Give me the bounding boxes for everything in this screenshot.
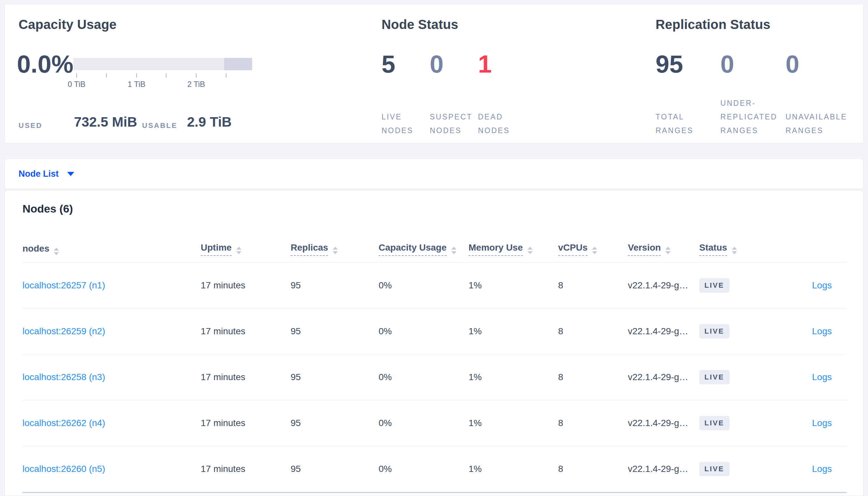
used-value: 732.5 MiB xyxy=(74,114,137,130)
node-list-dropdown[interactable]: Node List xyxy=(4,158,864,189)
capacity-cell: 0% xyxy=(379,372,468,383)
live-nodes-stat: 5 LIVE NODES xyxy=(381,52,430,138)
column-header-replicas[interactable]: Replicas xyxy=(290,243,379,256)
axis-tick xyxy=(136,73,137,77)
status-badge: LIVE xyxy=(699,416,730,430)
stat-value: 1 xyxy=(478,52,526,77)
node-status-title: Node Status xyxy=(381,17,459,32)
capacity-percent-value: 0.0% xyxy=(17,52,73,77)
status-badge: LIVE xyxy=(699,324,730,339)
version-cell: v22.1.4-29-g… xyxy=(628,372,699,383)
sort-icon[interactable] xyxy=(54,248,59,255)
axis-tick xyxy=(226,73,226,77)
usable-label: USABLE xyxy=(142,121,177,130)
sort-icon[interactable] xyxy=(451,247,457,254)
replicas-cell: 95 xyxy=(290,280,379,291)
used-label: USED xyxy=(18,121,42,130)
uptime-cell: 17 minutes xyxy=(201,280,290,291)
vcpus-cell: 8 xyxy=(558,372,628,383)
axis-tick xyxy=(196,73,196,77)
sort-icon[interactable] xyxy=(236,247,241,254)
axis-tick xyxy=(166,73,166,77)
axis-tick-label: 2 TiB xyxy=(188,80,205,89)
table-row: localhost:26257 (n1) 17 minutes 95 0% 1%… xyxy=(23,263,847,309)
suspect-nodes-stat: 0 SUSPECT NODES xyxy=(430,52,478,138)
uptime-cell: 17 minutes xyxy=(201,326,290,337)
replicas-cell: 95 xyxy=(290,326,379,337)
column-header-version[interactable]: Version xyxy=(628,243,699,256)
status-badge: LIVE xyxy=(699,370,730,384)
chevron-down-icon xyxy=(67,172,74,176)
stat-label: DEAD NODES xyxy=(478,110,526,138)
sort-icon[interactable] xyxy=(527,247,533,254)
version-cell: v22.1.4-29-g… xyxy=(628,464,699,474)
uptime-cell: 17 minutes xyxy=(201,372,290,383)
sort-icon[interactable] xyxy=(592,247,597,254)
capacity-cell: 0% xyxy=(379,326,468,337)
logs-link[interactable]: Logs xyxy=(812,326,832,336)
logs-link[interactable]: Logs xyxy=(812,464,832,474)
stat-value: 5 xyxy=(381,52,430,77)
table-row: localhost:26262 (n4) 17 minutes 95 0% 1%… xyxy=(23,400,847,446)
node-link[interactable]: localhost:26262 (n4) xyxy=(23,418,105,428)
dead-nodes-stat: 1 DEAD NODES xyxy=(478,52,526,138)
axis-tick xyxy=(76,73,77,77)
cluster-summary-card: Capacity Usage 0.0% 0 TiB 1 TiB 2 TiB US… xyxy=(4,4,864,143)
under-replicated-ranges-stat: 0 UNDER- REPLICATED RANGES xyxy=(720,52,785,138)
node-list-label: Node List xyxy=(18,169,59,179)
axis-tick xyxy=(106,73,107,77)
stat-value: 0 xyxy=(430,52,478,77)
capacity-cell: 0% xyxy=(379,464,468,474)
capacity-bar-dark-segment xyxy=(224,58,252,70)
stat-value: 95 xyxy=(656,52,720,77)
status-badge: LIVE xyxy=(699,278,730,293)
stat-label: TOTAL RANGES xyxy=(656,110,720,138)
stat-value: 0 xyxy=(785,52,860,77)
node-link[interactable]: localhost:26260 (n5) xyxy=(23,464,105,474)
memory-cell: 1% xyxy=(468,418,558,428)
axis-tick-label: 0 TiB xyxy=(68,80,86,89)
table-row: localhost:26259 (n2) 17 minutes 95 0% 1%… xyxy=(23,309,847,354)
unavailable-ranges-stat: 0 UNAVAILABLE RANGES xyxy=(785,52,860,138)
replication-status-title: Replication Status xyxy=(656,17,770,32)
stat-label: UNDER- REPLICATED RANGES xyxy=(720,97,785,138)
column-header-nodes[interactable]: nodes xyxy=(23,244,201,255)
nodes-table-card: Nodes (6) nodes Uptime Replicas Capacity… xyxy=(4,190,864,496)
nodes-table: nodes Uptime Replicas Capacity Usage Mem… xyxy=(23,236,847,496)
node-link[interactable]: localhost:26257 (n1) xyxy=(23,280,105,290)
axis-tick-label: 1 TiB xyxy=(128,80,146,89)
table-header-row: nodes Uptime Replicas Capacity Usage Mem… xyxy=(23,236,847,263)
vcpus-cell: 8 xyxy=(558,280,628,291)
memory-cell: 1% xyxy=(468,372,558,383)
column-header-status[interactable]: Status xyxy=(699,243,777,256)
capacity-cell: 0% xyxy=(379,280,468,291)
sort-icon[interactable] xyxy=(665,247,671,254)
version-cell: v22.1.4-29-g… xyxy=(628,280,699,291)
logs-link[interactable]: Logs xyxy=(812,418,832,428)
capacity-cell: 0% xyxy=(379,418,468,428)
version-cell: v22.1.4-29-g… xyxy=(628,326,699,337)
node-link[interactable]: localhost:26258 (n3) xyxy=(23,372,105,382)
table-section-divider xyxy=(23,492,847,496)
capacity-usage-bar xyxy=(73,58,252,70)
column-header-uptime[interactable]: Uptime xyxy=(201,243,290,256)
replicas-cell: 95 xyxy=(290,418,379,428)
column-header-memory-use[interactable]: Memory Use xyxy=(468,243,558,256)
capacity-usage-title: Capacity Usage xyxy=(18,17,117,32)
stat-value: 0 xyxy=(720,52,785,77)
column-header-capacity-usage[interactable]: Capacity Usage xyxy=(379,243,468,256)
logs-link[interactable]: Logs xyxy=(812,280,832,290)
vcpus-cell: 8 xyxy=(558,326,628,337)
stat-label: SUSPECT NODES xyxy=(430,110,478,138)
sort-icon[interactable] xyxy=(732,247,737,254)
uptime-cell: 17 minutes xyxy=(201,418,290,428)
replicas-cell: 95 xyxy=(290,464,379,474)
vcpus-cell: 8 xyxy=(558,418,628,428)
node-link[interactable]: localhost:26259 (n2) xyxy=(23,326,105,336)
sort-icon[interactable] xyxy=(333,247,338,254)
column-header-vcpus[interactable]: vCPUs xyxy=(558,243,628,256)
logs-link[interactable]: Logs xyxy=(812,372,832,382)
vcpus-cell: 8 xyxy=(558,464,628,474)
nodes-count-title: Nodes (6) xyxy=(23,202,863,215)
replicas-cell: 95 xyxy=(290,372,379,383)
